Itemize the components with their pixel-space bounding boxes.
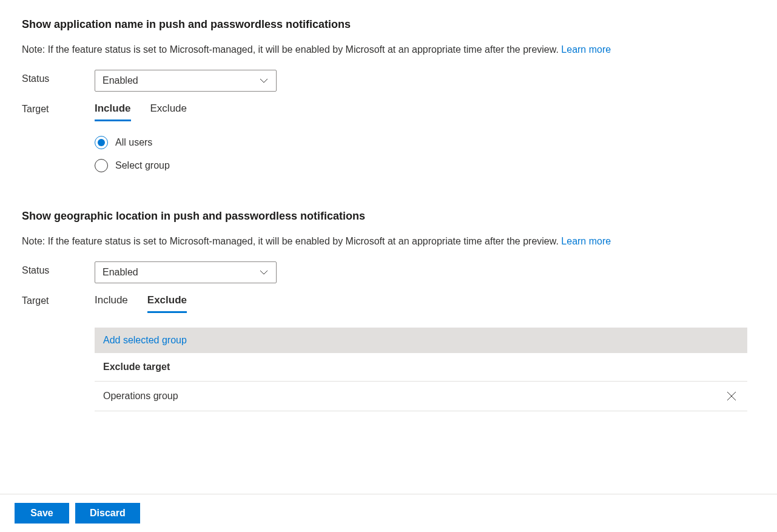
tab-include-2[interactable]: Include [95,292,128,313]
status-value-2: Enabled [103,267,138,278]
status-value-1: Enabled [103,75,138,86]
status-label-1: Status [22,70,95,84]
status-label-2: Status [22,261,95,276]
learn-more-link-2[interactable]: Learn more [561,236,611,246]
note-text-2: Note: If the feature status is set to Mi… [22,236,561,246]
geo-location-note: Note: If the feature status is set to Mi… [22,236,755,247]
exclude-target-header: Exclude target [95,353,747,382]
target-label-1: Target [22,100,95,115]
target-label-2: Target [22,292,95,306]
exclude-item-row: Operations group [95,382,747,411]
geo-location-heading: Show geographic location in push and pas… [22,210,755,223]
close-icon [726,391,737,402]
add-selected-group-button[interactable]: Add selected group [95,328,747,353]
radio-icon [95,159,108,172]
chevron-down-icon [259,76,269,86]
add-selected-group-label: Add selected group [103,335,187,345]
tab-include-1[interactable]: Include [95,100,131,121]
radio-all-users-label: All users [115,137,152,148]
status-select-1[interactable]: Enabled [95,70,277,92]
radio-icon [95,136,108,149]
learn-more-link-1[interactable]: Learn more [561,44,611,55]
radio-all-users[interactable]: All users [95,136,755,149]
note-text-1: Note: If the feature status is set to Mi… [22,44,561,55]
radio-select-group[interactable]: Select group [95,159,755,172]
chevron-down-icon [259,268,269,277]
tab-exclude-2[interactable]: Exclude [147,292,187,313]
radio-select-group-label: Select group [115,160,170,171]
tab-exclude-1[interactable]: Exclude [150,100,187,121]
app-name-heading: Show application name in push and passwo… [22,18,755,31]
remove-exclude-item-button[interactable] [724,389,739,403]
status-select-2[interactable]: Enabled [95,261,277,283]
app-name-note: Note: If the feature status is set to Mi… [22,44,755,55]
exclude-item-name: Operations group [103,391,178,402]
